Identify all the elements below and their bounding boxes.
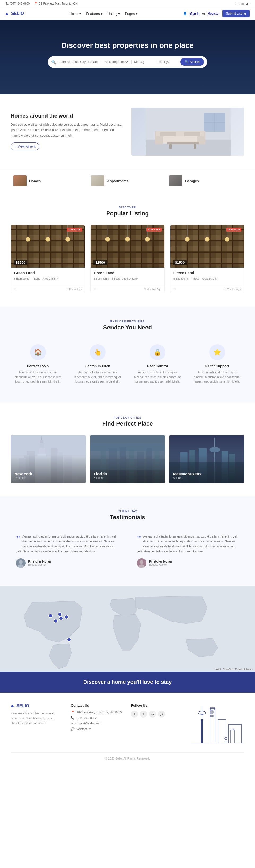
massachusetts-count: 3 cities (173, 476, 202, 479)
area-3: Area 2482 ft² (202, 277, 218, 280)
hero-search-bar: 🔍 | All Categories Homes Apartments Gara… (48, 56, 207, 68)
listing-price-3: $1500 (173, 260, 187, 265)
testimonial-author-2: Kristofer Nolan Regular Author (137, 558, 239, 568)
nav-listing[interactable]: Listing ▾ (107, 12, 120, 16)
footer-logo: SELIO (11, 704, 63, 708)
listing-title-3: Green Land (173, 271, 241, 275)
min-price-input[interactable] (134, 60, 154, 64)
listing-price-1: $1500 (13, 260, 27, 265)
svg-rect-10 (160, 132, 176, 136)
footer-follow-title: Follow Us (131, 704, 183, 707)
register-link[interactable]: Register (208, 12, 220, 16)
max-price-input[interactable] (159, 60, 178, 64)
social-facebook[interactable]: f (235, 2, 236, 5)
homes-image (131, 108, 244, 156)
services-grid: 🏠 Perfect Tools Aenean sollicitudin lore… (11, 339, 244, 390)
author-info-1: Kristofer Nolan Regular Author (28, 560, 51, 566)
footer-illustration (191, 704, 244, 744)
cities-section-title: Find Perfect Place (11, 420, 244, 427)
svg-rect-114 (213, 715, 214, 717)
footer-facebook-icon[interactable]: f (131, 711, 138, 717)
city-card-massachusetts[interactable]: Massachusetts 3 cities (169, 435, 244, 483)
svg-rect-14 (194, 144, 196, 149)
cities-section-label: Popular Cities (11, 416, 244, 419)
social-linkedin[interactable]: in (242, 2, 244, 5)
svg-point-38 (125, 237, 130, 242)
svg-point-102 (58, 613, 62, 616)
signin-link[interactable]: Sign In (190, 12, 199, 16)
footer-brand: SELIO Nam eos vilius a vitae metus erat … (11, 704, 63, 744)
submit-listing-button[interactable]: Submit Listing (222, 10, 250, 17)
homes-thumb (13, 176, 27, 186)
nav-home[interactable]: Home ▾ (69, 12, 81, 16)
nav-links: Home ▾ Features ▾ Listing ▾ Pages ▾ (69, 12, 137, 16)
svg-rect-113 (211, 715, 212, 717)
perfect-tools-icon: 🏠 (30, 344, 46, 360)
author-role-2: Regular Author (149, 563, 172, 566)
listing-card-3[interactable]: $1500 FOR SALE Green Land 5 Bathrooms 4 … (170, 225, 244, 293)
svg-point-103 (67, 638, 71, 642)
listing-body-2: Green Land 5 Bathrooms 4 Beds Area 2482 … (91, 268, 164, 285)
author-avatar-1 (16, 558, 26, 568)
listing-meta-2: 5 Bathrooms 4 Beds Area 2482 ft² (94, 277, 161, 280)
footer-desc: Nam eos vilius a vitae metus erat accums… (11, 711, 63, 726)
listing-footer-2: ♡ 3 Minutes Ago (91, 285, 164, 293)
services-section-label: Explore Features (11, 320, 244, 323)
massachusetts-name: Massachusetts (173, 472, 202, 476)
world-map (0, 586, 255, 672)
favorite-icon-2[interactable]: ♡ (94, 288, 96, 291)
social-twitter[interactable]: t (238, 2, 239, 5)
view-rent-button[interactable]: ○ View for rent (11, 143, 39, 151)
listing-image-1: $1500 FOR SALE (11, 225, 85, 268)
testimonial-quote-1: " Aenean sollicitudin, lorem quis bibend… (16, 534, 118, 554)
search-in-click-desc: Aenean sollicitudin lorem quis bibendum … (73, 370, 122, 384)
city-card-florida[interactable]: Florida 5 cities (90, 435, 165, 483)
city-card-new-york[interactable]: New York 14 cities (11, 435, 86, 483)
svg-rect-112 (213, 713, 214, 714)
svg-rect-111 (211, 713, 212, 714)
5star-support-desc: Aenean sollicitudin lorem quis bibendum … (193, 370, 242, 384)
footer-city-illustration (191, 704, 244, 743)
category-apartments[interactable]: Appartments (89, 173, 166, 188)
user-control-icon: 🔒 (150, 344, 165, 360)
listing-badge-3: FOR SALE (226, 228, 242, 231)
footer-contact-us[interactable]: 💬 Contact Us (71, 727, 123, 731)
category-select[interactable]: All Categories Homes Apartments Garages (104, 60, 129, 64)
listing-card-1[interactable]: $1500 FOR SALE Green Land 5 Bathrooms 4 … (11, 225, 85, 293)
nav-logo[interactable]: SELIO (5, 11, 24, 16)
footer-email[interactable]: ✉ support@selio.com (71, 722, 123, 725)
footer-linkedin-icon[interactable]: in (149, 711, 156, 717)
homes-text: Homes around the world Duis sed odio sit… (11, 113, 124, 151)
nav-features[interactable]: Features ▾ (86, 12, 102, 16)
listing-badge-1: FOR SALE (67, 228, 82, 231)
svg-point-53 (225, 237, 229, 242)
listing-card-2[interactable]: $1500 FOR SALE Green Land 5 Bathrooms 4 … (90, 225, 165, 293)
category-garages[interactable]: Garages (166, 173, 244, 188)
testimonial-1: " Aenean sollicitudin, lorem quis bibend… (11, 529, 124, 573)
area-1: Area 2482 ft² (43, 277, 58, 280)
bathrooms-2: 5 Bathrooms (94, 277, 109, 280)
category-homes[interactable]: Homes (11, 173, 89, 188)
hero-title: Discover best properties in one place (48, 41, 207, 50)
cities-grid: New York 14 cities (11, 435, 244, 483)
svg-rect-12 (167, 142, 199, 144)
topbar-phone: 📞 (647) 346-0889 (5, 2, 30, 5)
svg-rect-115 (218, 719, 226, 743)
service-card-user-control: 🔒 User Control Aenean sollicitudin lorem… (130, 339, 185, 390)
listing-time-2: 3 Minutes Ago (145, 288, 161, 291)
signin-icon: 👤 (183, 12, 187, 16)
new-york-count: 14 cities (14, 476, 32, 479)
social-google[interactable]: g+ (246, 2, 250, 5)
search-input[interactable] (58, 60, 98, 64)
search-button[interactable]: 🔍 Search (180, 58, 204, 66)
beds-1: 4 Beds (32, 277, 40, 280)
hero-content: Discover best properties in one place 🔍 … (48, 41, 207, 68)
footer-twitter-icon[interactable]: t (140, 711, 147, 717)
favorite-icon-1[interactable]: ♡ (14, 288, 17, 291)
footer: SELIO Nam eos vilius a vitae metus erat … (0, 692, 255, 771)
nav-pages[interactable]: Pages ▾ (125, 12, 137, 16)
logo-text: SELIO (11, 11, 24, 16)
footer-google-icon[interactable]: g+ (158, 711, 165, 717)
phone-icon: 📞 (71, 716, 75, 720)
favorite-icon-3[interactable]: ♡ (173, 288, 176, 291)
